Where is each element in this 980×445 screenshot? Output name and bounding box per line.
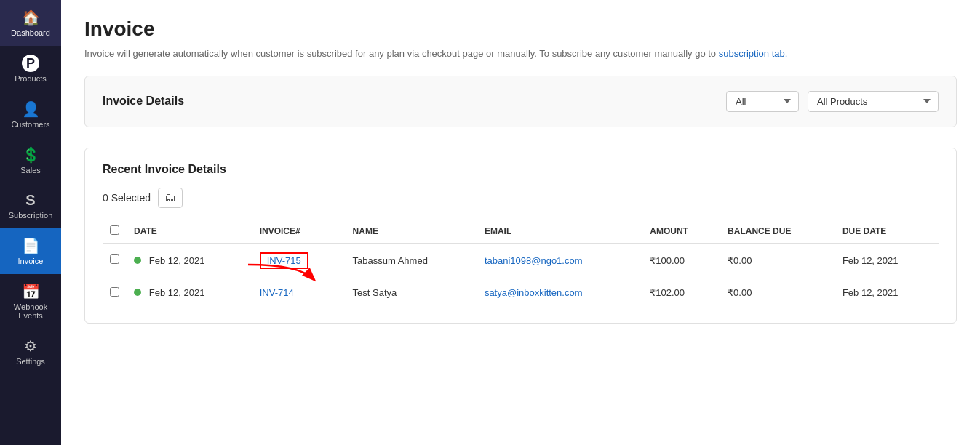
subtitle-text: Invoice will generate automatically when… <box>84 48 719 59</box>
row2-checkbox-cell <box>103 278 127 308</box>
row2-amount: ₹102.00 <box>642 278 720 308</box>
table-row: Feb 12, 2021 INV-714 Test Satya satya@in… <box>103 278 939 308</box>
sidebar-label-settings: Settings <box>16 357 45 366</box>
table-row: Feb 12, 2021 INV-715 Tabassum Ahmed taba… <box>103 243 939 278</box>
page-title: Invoice <box>84 17 957 41</box>
row1-invoice-link[interactable]: INV-715 <box>260 252 308 269</box>
sidebar-item-webhook-events[interactable]: 📅 Webhook Events <box>0 274 61 329</box>
table-container: DATE INVOICE# NAME EMAIL AMOUNT BALANCE … <box>103 220 939 308</box>
header-due-date: DUE DATE <box>835 220 939 244</box>
row2-balance-due: ₹0.00 <box>720 278 835 308</box>
row1-invoice-cell: INV-715 <box>252 243 346 278</box>
recent-invoice-card: Recent Invoice Details 0 Selected 🗂 <box>84 148 957 324</box>
row2-invoice-cell: INV-714 <box>252 278 346 308</box>
header-date: DATE <box>127 220 252 244</box>
selection-bar: 0 Selected 🗂 <box>103 188 939 208</box>
row1-amount: ₹100.00 <box>642 243 720 278</box>
header-name: NAME <box>346 220 477 244</box>
row1-due-date: Feb 12, 2021 <box>835 243 939 278</box>
sidebar-label-dashboard: Dashboard <box>11 28 50 37</box>
row1-email-link[interactable]: tabani1098@ngo1.com <box>485 255 583 266</box>
row1-status-date: Feb 12, 2021 <box>127 243 252 278</box>
main-content: Invoice Invoice will generate automatica… <box>61 0 980 445</box>
sidebar-item-products[interactable]: P Products <box>0 46 61 92</box>
select-all-checkbox[interactable] <box>110 225 119 235</box>
table-header-row: DATE INVOICE# NAME EMAIL AMOUNT BALANCE … <box>103 220 939 244</box>
page-subtitle: Invoice will generate automatically when… <box>84 47 957 61</box>
dashboard-icon: 🏠 <box>22 9 40 26</box>
subscription-icon: S <box>25 192 35 209</box>
row1-checkbox-cell <box>103 243 127 278</box>
sidebar-label-webhook: Webhook Events <box>3 302 58 320</box>
sidebar-item-settings[interactable]: ⚙ Settings <box>0 329 61 374</box>
header-checkbox-col <box>103 220 127 244</box>
row2-checkbox[interactable] <box>110 287 119 297</box>
row2-status-dot <box>134 289 141 296</box>
selection-count: 0 Selected <box>103 192 151 204</box>
export-button[interactable]: 🗂 <box>158 188 183 208</box>
sidebar-label-customers: Customers <box>11 120 49 129</box>
sidebar-item-invoice[interactable]: 📄 Invoice <box>0 228 61 274</box>
customers-icon: 👤 <box>22 100 40 118</box>
subscription-tab-link[interactable]: subscription tab. <box>719 48 788 59</box>
webhook-icon: 📅 <box>22 283 40 300</box>
sidebar-item-dashboard[interactable]: 🏠 Dashboard <box>0 0 61 46</box>
row2-due-date: Feb 12, 2021 <box>835 278 939 308</box>
header-email: EMAIL <box>477 220 642 244</box>
invoice-details-title: Invoice Details <box>103 95 184 108</box>
invoice-icon: 📄 <box>22 237 40 254</box>
filter-all-select[interactable]: All <box>726 91 799 112</box>
sidebar-item-sales[interactable]: 💲 Sales <box>0 137 61 183</box>
invoice-details-card: Invoice Details All All Products <box>84 76 957 127</box>
settings-icon: ⚙ <box>24 337 37 355</box>
sidebar-label-subscription: Subscription <box>9 211 53 220</box>
products-icon: P <box>22 55 39 72</box>
row1-email: tabani1098@ngo1.com <box>477 243 642 278</box>
row2-email-link[interactable]: satya@inboxkitten.com <box>485 287 583 298</box>
row1-status-dot <box>134 257 141 264</box>
sidebar-label-products: Products <box>15 74 46 83</box>
filter-row: All All Products <box>726 91 939 112</box>
header-amount: AMOUNT <box>642 220 720 244</box>
row1-name: Tabassum Ahmed <box>346 243 477 278</box>
row2-invoice-link[interactable]: INV-714 <box>260 287 294 298</box>
sidebar-label-sales: Sales <box>20 166 41 175</box>
sidebar-label-invoice: Invoice <box>18 257 44 265</box>
invoice-table: DATE INVOICE# NAME EMAIL AMOUNT BALANCE … <box>103 220 939 308</box>
header-invoice: INVOICE# <box>252 220 346 244</box>
sidebar-item-customers[interactable]: 👤 Customers <box>0 92 61 137</box>
sidebar: 🏠 Dashboard P Products 👤 Customers 💲 Sal… <box>0 0 61 445</box>
sales-icon: 💲 <box>22 146 40 164</box>
recent-invoice-title: Recent Invoice Details <box>103 163 939 176</box>
row2-name: Test Satya <box>346 278 477 308</box>
row1-checkbox[interactable] <box>110 254 119 264</box>
row2-email: satya@inboxkitten.com <box>477 278 642 308</box>
row1-balance-due: ₹0.00 <box>720 243 835 278</box>
header-balance-due: BALANCE DUE <box>720 220 835 244</box>
sidebar-item-subscription[interactable]: S Subscription <box>0 183 61 228</box>
filter-products-select[interactable]: All Products <box>808 91 939 112</box>
export-icon: 🗂 <box>164 191 176 204</box>
invoice-details-header: Invoice Details All All Products <box>103 91 939 112</box>
row2-status-date: Feb 12, 2021 <box>127 278 252 308</box>
